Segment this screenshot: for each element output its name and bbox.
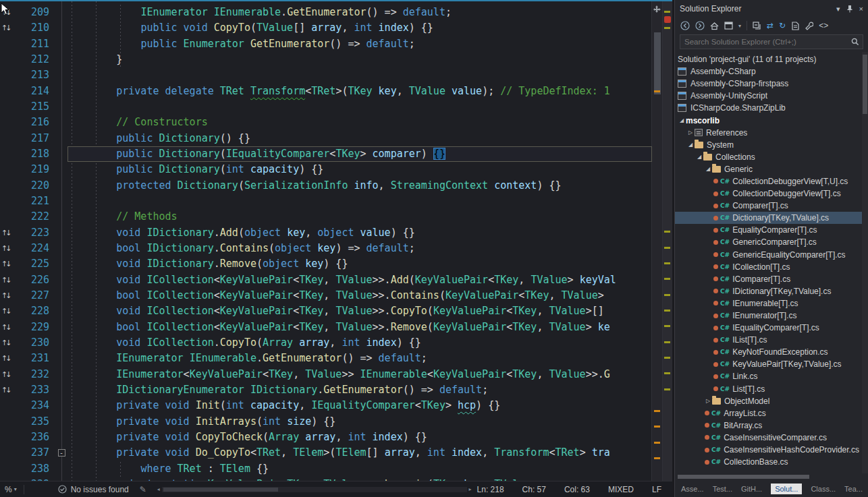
code-line[interactable]: 235 private void InitArrays(int size) {} [0, 414, 652, 430]
code-line[interactable]: ↑↓230 void ICollection.CopyTo(Array arra… [0, 335, 652, 351]
tree-item[interactable]: C#CaseInsensitiveHashCodeProvider.cs [675, 444, 862, 456]
expanded-arrow-icon[interactable]: ◢ [678, 117, 686, 123]
scrollbar-thumb[interactable] [678, 475, 809, 479]
code-line[interactable]: ↑↓232 IEnumerator<KeyValuePair<TKey, TVa… [0, 367, 652, 382]
tree-item[interactable]: C#KeyNotFoundException.cs [675, 346, 862, 358]
tree-item[interactable]: ICSharpCode.SharpZipLib [675, 102, 862, 114]
code-line[interactable]: ↑↓225 void IDictionary.Remove(object key… [0, 256, 652, 272]
tree-item[interactable]: Assembly-UnityScript [675, 90, 862, 102]
scroll-right-icon[interactable]: ▸ [469, 486, 472, 492]
collapsed-arrow-icon[interactable]: ▷ [686, 129, 695, 136]
scrollbar-thumb[interactable] [654, 32, 661, 94]
tree-item[interactable]: C#IEnumerable[T].cs [675, 297, 862, 310]
code-line[interactable]: 238 where TRet : TElem {} [0, 461, 652, 477]
tool-window-tab[interactable]: Class... [811, 485, 836, 493]
pin-icon[interactable] [846, 5, 853, 13]
tree-item[interactable]: ◢Collections [675, 151, 862, 163]
tree-item[interactable]: ◢Generic [675, 163, 862, 175]
search-box[interactable] [680, 34, 863, 49]
code-line[interactable]: ↑↓227 bool ICollection<KeyValuePair<TKey… [0, 288, 652, 303]
code-line[interactable]: 234 private void Init(int capacity, IEqu… [0, 398, 652, 413]
forward-icon[interactable] [695, 21, 705, 30]
expanded-arrow-icon[interactable]: ◢ [686, 142, 695, 148]
scrollbar-thumb[interactable] [863, 55, 867, 114]
tool-window-tab[interactable]: Solut... [771, 484, 802, 494]
fold-collapse-icon[interactable]: - [58, 449, 65, 457]
tree-item[interactable]: C#GenericEqualityComparer[T].cs [675, 249, 862, 261]
collapse-all-icon[interactable] [753, 22, 761, 30]
code-line[interactable]: 222 // Methods [0, 209, 652, 225]
override-indicator-icon[interactable]: ↑↓ [1, 382, 11, 398]
back-icon[interactable] [680, 21, 690, 30]
tree-vertical-scrollbar[interactable] [862, 52, 868, 473]
tree-item[interactable]: C#ArrayList.cs [675, 407, 862, 419]
override-indicator-icon[interactable]: ↑↓ [1, 351, 11, 366]
tree-item[interactable]: C#Dictionary[TKey,TValue].cs [675, 212, 862, 224]
tree-item[interactable]: C#Comparer[T].cs [675, 200, 862, 212]
code-line[interactable]: ↑↓233 IDictionaryEnumerator IDictionary.… [0, 382, 652, 398]
override-indicator-icon[interactable]: ↑↓ [1, 288, 11, 303]
home-icon[interactable] [710, 22, 719, 30]
tool-window-tab[interactable]: GitH... [741, 485, 762, 493]
code-line[interactable]: ↑↓229 bool ICollection<KeyValuePair<TKey… [0, 320, 652, 335]
code-line[interactable]: ↑↓209 IEnumerator IEnumerable.GetEnumera… [0, 5, 652, 20]
code-line[interactable]: 217 public Dictionary() {} [0, 131, 652, 146]
panel-title-bar[interactable]: Solution Explorer ▾ × [675, 0, 868, 18]
tree-item[interactable]: C#Link.cs [675, 370, 862, 382]
close-icon[interactable]: × [859, 5, 863, 13]
annotation-margin[interactable] [662, 1, 672, 481]
override-indicator-icon[interactable]: ↑↓ [1, 367, 11, 382]
code-line[interactable]: 215 [0, 99, 652, 115]
hscroll-thumb[interactable] [163, 488, 278, 492]
code-line[interactable]: 213 [0, 67, 652, 83]
tree-item[interactable]: ▷References [675, 127, 862, 139]
code-line[interactable]: ↑↓223 void IDictionary.Add(object key, o… [0, 225, 652, 241]
tree-item[interactable]: C#KeyValuePair[TKey,TValue].cs [675, 358, 862, 370]
chevron-down-icon[interactable]: ▾ [738, 23, 741, 29]
tree-item[interactable]: Solution 'project-gui' (11 of 11 project… [675, 53, 862, 65]
code-line[interactable]: 236 private void CopyToCheck(Array array… [0, 430, 652, 445]
properties-icon[interactable] [805, 22, 813, 30]
tree-item[interactable]: ◢System [675, 139, 862, 151]
tree-item[interactable]: C#GenericComparer[T].cs [675, 236, 862, 248]
refresh-icon[interactable]: ↻ [779, 22, 786, 30]
code-line[interactable]: 239 private static KeyValuePair<TKey, TV… [0, 477, 652, 481]
hscroll-track[interactable] [162, 487, 467, 492]
tree-item[interactable]: Assembly-CSharp [675, 65, 862, 78]
edit-mode-icon[interactable]: ✎ [140, 485, 146, 494]
document-health-indicator[interactable]: No issues found [58, 485, 129, 494]
override-indicator-icon[interactable]: ↑↓ [1, 256, 11, 272]
editor-horizontal-scrollbar[interactable]: ◂ ▸ [157, 486, 472, 492]
solution-tree[interactable]: Solution 'project-gui' (11 of 11 project… [675, 52, 868, 473]
tree-item[interactable]: C#CollectionBase.cs [675, 456, 862, 468]
code-line[interactable]: 221 [0, 194, 652, 209]
search-icon[interactable] [851, 38, 859, 46]
search-input[interactable] [680, 38, 851, 46]
tree-item[interactable]: C#ICollection[T].cs [675, 261, 862, 273]
tree-item[interactable]: C#CaseInsensitiveComparer.cs [675, 432, 862, 444]
code-line[interactable]: ↑↓210 public void CopyTo(TValue[] array,… [0, 20, 652, 36]
tree-item[interactable]: C#List[T].cs [675, 383, 862, 395]
code-line[interactable]: 214 private delegate TRet Transform<TRet… [0, 84, 652, 99]
override-indicator-icon[interactable]: ↑↓ [1, 335, 11, 351]
sync-with-active-document-icon[interactable]: ⇄ [767, 22, 774, 30]
tree-item[interactable]: C#IComparer[T].cs [675, 273, 862, 285]
override-indicator-icon[interactable]: ↑↓ [1, 20, 11, 36]
code-line[interactable]: ↑↓224 bool IDictionary.Contains(object k… [0, 241, 652, 256]
tool-window-tab[interactable]: Tea... [844, 485, 863, 493]
show-all-files-icon[interactable] [791, 22, 799, 30]
scrollbar-options-icon[interactable] [653, 3, 661, 11]
code-line[interactable]: 220 protected Dictionary(SerializationIn… [0, 178, 652, 194]
tree-item[interactable]: Assembly-CSharp-firstpass [675, 78, 862, 90]
tree-item[interactable]: ▷ObjectModel [675, 395, 862, 407]
override-indicator-icon[interactable]: ↑↓ [1, 272, 11, 288]
override-indicator-icon[interactable]: ↑↓ [1, 303, 11, 319]
tree-item[interactable]: ◢mscorlib [675, 114, 862, 126]
expanded-arrow-icon[interactable]: ◢ [695, 154, 703, 160]
tree-item[interactable]: C#CollectionDebuggerView[T].cs [675, 187, 862, 200]
tool-window-tab[interactable]: Test... [713, 485, 732, 493]
code-line[interactable]: ↑↓226 void ICollection<KeyValuePair<TKey… [0, 272, 652, 288]
tree-item[interactable]: C#IList[T].cs [675, 334, 862, 346]
tree-item[interactable]: C#IEnumerator[T].cs [675, 310, 862, 322]
scroll-left-icon[interactable]: ◂ [157, 486, 160, 492]
